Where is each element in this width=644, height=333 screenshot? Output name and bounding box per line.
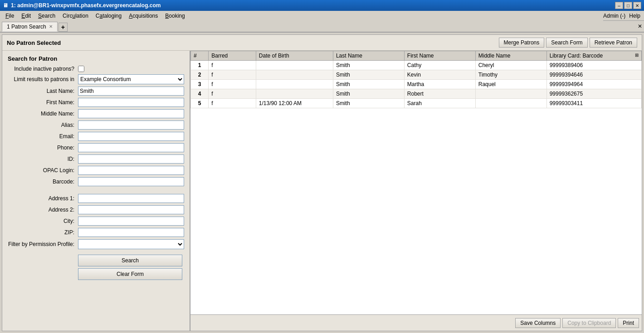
cell-barcode: 99999389406 [546, 61, 641, 70]
table-row[interactable]: 4 f Smith Robert 99999362675 [191, 89, 642, 99]
col-header-barcode[interactable]: Library Card: Barcode ⊞ [546, 51, 641, 61]
filter-select[interactable] [78, 239, 184, 249]
opac-login-input[interactable] [78, 166, 184, 175]
last-name-input[interactable] [78, 87, 184, 96]
header-buttons: Merge Patrons Search Form Retrieve Patro… [499, 38, 637, 48]
results-table: # Barred Date of Birth Last Name First N… [190, 51, 642, 108]
barcode-label: Barcode: [8, 179, 78, 185]
zip-label: ZIP: [8, 229, 78, 236]
maximize-button[interactable]: □ [624, 2, 632, 9]
first-name-input[interactable] [78, 98, 184, 107]
col-header-dob[interactable]: Date of Birth [256, 51, 333, 61]
middle-name-input[interactable] [78, 109, 184, 118]
patron-search-tab[interactable]: 1 Patron Search ✕ [2, 22, 58, 32]
copy-clipboard-button[interactable]: Copy to Clipboard [562, 318, 616, 328]
menu-cataloging[interactable]: Cataloging [92, 12, 125, 20]
barcode-input[interactable] [78, 177, 184, 186]
table-row[interactable]: 1 f Smith Cathy Cheryl 99999389406 [191, 61, 642, 70]
cell-middle: Timothy [475, 70, 546, 80]
id-input[interactable] [78, 154, 184, 164]
address1-input[interactable] [78, 194, 184, 203]
limit-results-select[interactable]: Example Consortium [78, 74, 184, 84]
cell-barcode: 99999362675 [546, 89, 641, 99]
filter-row: Filter by Permission Profile: [8, 239, 184, 249]
table-header-row: # Barred Date of Birth Last Name First N… [191, 51, 642, 61]
cell-barred: f [209, 70, 256, 80]
cell-num: 5 [191, 99, 209, 108]
add-tab-button[interactable]: + [59, 23, 68, 32]
form-buttons: Search Clear Form [8, 255, 184, 280]
alias-input[interactable] [78, 121, 184, 130]
city-row: City: [8, 217, 184, 226]
cell-last: Smith [333, 89, 404, 99]
title-bar-title: 🖥 1: admin@BR1-winxpvmfx.phasefx.evergre… [3, 2, 161, 9]
city-input[interactable] [78, 217, 184, 226]
close-button[interactable]: ✕ [633, 2, 641, 9]
cell-dob [256, 70, 333, 80]
address2-input[interactable] [78, 205, 184, 214]
limit-results-row: Limit results to patrons in Example Cons… [8, 74, 184, 84]
col-header-barred[interactable]: Barred [209, 51, 256, 61]
print-button[interactable]: Print [618, 318, 639, 328]
col-header-num[interactable]: # [191, 51, 209, 61]
email-label: Email: [8, 133, 78, 140]
menu-circulation[interactable]: Circulation [59, 12, 92, 20]
address2-label: Address 2: [8, 207, 78, 213]
table-row[interactable]: 3 f Smith Martha Raquel 99999394964 [191, 80, 642, 89]
retrieve-patron-button[interactable]: Retrieve Patron [590, 38, 637, 48]
email-input[interactable] [78, 132, 184, 141]
no-patron-label: No Patron Selected [7, 39, 61, 46]
results-table-container: # Barred Date of Birth Last Name First N… [190, 51, 642, 314]
tab-close-button[interactable]: ✕ [49, 24, 53, 29]
col-header-last[interactable]: Last Name [333, 51, 404, 61]
limit-results-label: Limit results to patrons in [8, 76, 78, 82]
cell-num: 2 [191, 70, 209, 80]
search-panel: Search for Patron Include inactive patro… [2, 51, 190, 331]
middle-name-row: Middle Name: [8, 109, 184, 118]
menu-booking[interactable]: Booking [161, 12, 188, 20]
cell-barred: f [209, 80, 256, 89]
clear-form-button[interactable]: Clear Form [78, 268, 182, 280]
first-name-label: First Name: [8, 99, 78, 106]
cell-first: Cathy [404, 61, 475, 70]
last-name-row: Last Name: [8, 87, 184, 96]
col-header-first[interactable]: First Name [404, 51, 475, 61]
window-close-icon[interactable]: ✕ [638, 23, 642, 29]
menu-edit[interactable]: Edit [18, 12, 34, 20]
opac-login-label: OPAC Login: [8, 167, 78, 174]
title-bar-controls[interactable]: – □ ✕ [615, 2, 641, 9]
cell-barred: f [209, 61, 256, 70]
table-row[interactable]: 5 f 1/13/90 12:00 AM Smith Sarah 9999930… [191, 99, 642, 108]
alias-label: Alias: [8, 122, 78, 128]
table-row[interactable]: 2 f Smith Kevin Timothy 99999394646 [191, 70, 642, 80]
cell-first: Kevin [404, 70, 475, 80]
menu-file[interactable]: File [2, 12, 18, 20]
search-button[interactable]: Search [78, 255, 182, 266]
save-columns-button[interactable]: Save Columns [515, 318, 561, 328]
cell-barred: f [209, 99, 256, 108]
cell-dob [256, 80, 333, 89]
cell-middle: Cheryl [475, 61, 546, 70]
zip-input[interactable] [78, 228, 184, 237]
minimize-button[interactable]: – [615, 2, 623, 9]
menu-bar: File Edit Search Circulation Cataloging … [0, 11, 603, 21]
phone-input[interactable] [78, 143, 184, 152]
zip-row: ZIP: [8, 228, 184, 237]
cell-dob: 1/13/90 12:00 AM [256, 99, 333, 108]
help-label[interactable]: Help [629, 13, 640, 19]
cell-num: 3 [191, 80, 209, 89]
include-inactive-checkbox[interactable] [78, 66, 84, 72]
search-form-button[interactable]: Search Form [546, 38, 587, 48]
barcode-row: Barcode: [8, 177, 184, 186]
cell-last: Smith [333, 61, 404, 70]
merge-patrons-button[interactable]: Merge Patrons [499, 38, 545, 48]
middle-name-label: Middle Name: [8, 111, 78, 117]
results-panel: # Barred Date of Birth Last Name First N… [190, 51, 642, 331]
app-icon: 🖥 [3, 2, 8, 9]
cell-first: Sarah [404, 99, 475, 108]
menu-search[interactable]: Search [34, 12, 59, 20]
main-container: No Patron Selected Merge Patrons Search … [2, 34, 642, 331]
col-header-middle[interactable]: Middle Name [475, 51, 546, 61]
admin-label[interactable]: Admin (-) [603, 13, 625, 19]
menu-acquisitions[interactable]: Acquisitions [125, 12, 161, 20]
